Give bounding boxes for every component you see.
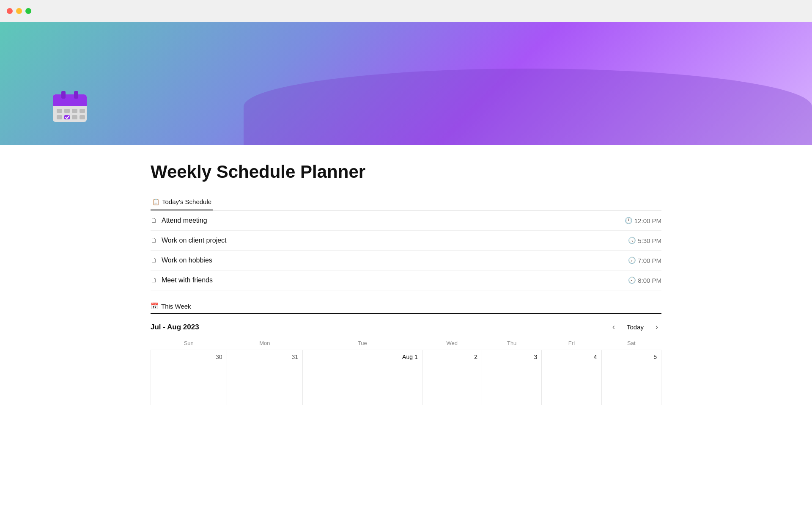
doc-icon-3: 🗋 (151, 257, 157, 264)
calendar-month-label: Jul - Aug 2023 (151, 323, 199, 331)
next-week-button[interactable]: › (652, 321, 661, 333)
doc-icon-2: 🗋 (151, 237, 157, 244)
svg-rect-12 (80, 115, 85, 119)
svg-rect-5 (57, 109, 62, 113)
minimize-button[interactable] (16, 8, 22, 14)
this-week-icon: 📅 (151, 302, 159, 310)
day-header-wed: Wed (422, 337, 482, 350)
calendar-hero-icon (51, 86, 89, 132)
calendar-cell-mon[interactable]: 31 (227, 350, 303, 405)
titlebar (0, 0, 812, 22)
schedule-item-left-3: 🗋 Work on hobbies (151, 257, 212, 264)
schedule-item-1[interactable]: 🗋 Attend meeting 🕛 12:00 PM (151, 211, 661, 231)
schedule-item-left-2: 🗋 Work on client project (151, 237, 227, 244)
maximize-button[interactable] (25, 8, 31, 14)
hero-banner (0, 22, 812, 145)
calendar-cell-tue[interactable]: Aug 1 (303, 350, 422, 405)
doc-icon-1: 🗋 (151, 217, 157, 224)
this-week-section-header[interactable]: 📅 This Week (151, 297, 661, 314)
clock-icon-1: 🕛 (625, 217, 633, 224)
clock-icon-3: 🕖 (628, 257, 636, 264)
calendar-week-row: 30 31 Aug 1 2 3 4 5 (151, 350, 661, 405)
svg-rect-3 (61, 91, 66, 99)
svg-rect-6 (64, 109, 70, 113)
day-number-31: 31 (231, 353, 299, 360)
svg-rect-7 (72, 109, 77, 113)
calendar-day-headers: Sun Mon Tue Wed Thu Fri Sat (151, 337, 661, 350)
clock-icon-2: 🕠 (628, 237, 636, 244)
svg-rect-11 (72, 115, 77, 119)
this-week-label: This Week (161, 303, 191, 310)
doc-icon-4: 🗋 (151, 276, 157, 284)
schedule-label-1: Attend meeting (162, 217, 207, 224)
day-header-fri: Fri (542, 337, 601, 350)
day-number-30: 30 (155, 353, 222, 360)
today-tab-label: Today's Schedule (162, 198, 211, 205)
tab-today[interactable]: 📋 Today's Schedule (151, 194, 213, 210)
schedule-label-2: Work on client project (162, 237, 227, 244)
calendar-grid: Sun Mon Tue Wed Thu Fri Sat 30 31 Aug 1 (151, 337, 661, 405)
day-header-thu: Thu (482, 337, 541, 350)
calendar-cell-fri[interactable]: 4 (542, 350, 601, 405)
today-schedule-list: 🗋 Attend meeting 🕛 12:00 PM 🗋 Work on cl… (151, 211, 661, 290)
today-button[interactable]: Today (623, 322, 648, 332)
day-number-4: 4 (546, 353, 597, 360)
schedule-time-4: 🕗 8:00 PM (628, 276, 661, 284)
today-tab-icon: 📋 (152, 199, 159, 205)
schedule-item-3[interactable]: 🗋 Work on hobbies 🕖 7:00 PM (151, 251, 661, 271)
schedule-item-4[interactable]: 🗋 Meet with friends 🕗 8:00 PM (151, 271, 661, 290)
schedule-time-2: 🕠 5:30 PM (628, 237, 661, 244)
schedule-item-left-4: 🗋 Meet with friends (151, 276, 213, 284)
day-number-2: 2 (427, 353, 477, 360)
day-header-sat: Sat (601, 337, 661, 350)
svg-rect-4 (74, 91, 78, 99)
svg-rect-8 (80, 109, 85, 113)
day-header-sun: Sun (151, 337, 227, 350)
schedule-time-1: 🕛 12:00 PM (625, 217, 661, 224)
clock-icon-4: 🕗 (628, 276, 636, 284)
schedule-label-4: Meet with friends (162, 276, 213, 284)
calendar-cell-sat[interactable]: 5 (601, 350, 661, 405)
calendar-cell-thu[interactable]: 3 (482, 350, 541, 405)
svg-rect-2 (53, 101, 87, 106)
svg-rect-9 (57, 115, 62, 119)
page-title: Weekly Schedule Planner (151, 162, 661, 182)
calendar-cell-sun[interactable]: 30 (151, 350, 227, 405)
day-number-3: 3 (486, 353, 537, 360)
schedule-label-3: Work on hobbies (162, 257, 212, 264)
schedule-item-2[interactable]: 🗋 Work on client project 🕠 5:30 PM (151, 231, 661, 251)
calendar-cell-wed[interactable]: 2 (422, 350, 482, 405)
day-number-aug1: Aug 1 (307, 353, 418, 360)
calendar-header: Jul - Aug 2023 ‹ Today › (151, 314, 661, 337)
schedule-time-3: 🕖 7:00 PM (628, 257, 661, 264)
main-content: Weekly Schedule Planner 📋 Today's Schedu… (110, 145, 702, 422)
close-button[interactable] (7, 8, 13, 14)
day-header-mon: Mon (227, 337, 303, 350)
tabs-container: 📋 Today's Schedule (151, 194, 661, 211)
calendar-navigation: ‹ Today › (609, 321, 661, 333)
day-number-5: 5 (606, 353, 657, 360)
day-header-tue: Tue (303, 337, 422, 350)
schedule-item-left-1: 🗋 Attend meeting (151, 217, 207, 224)
prev-week-button[interactable]: ‹ (609, 321, 618, 333)
